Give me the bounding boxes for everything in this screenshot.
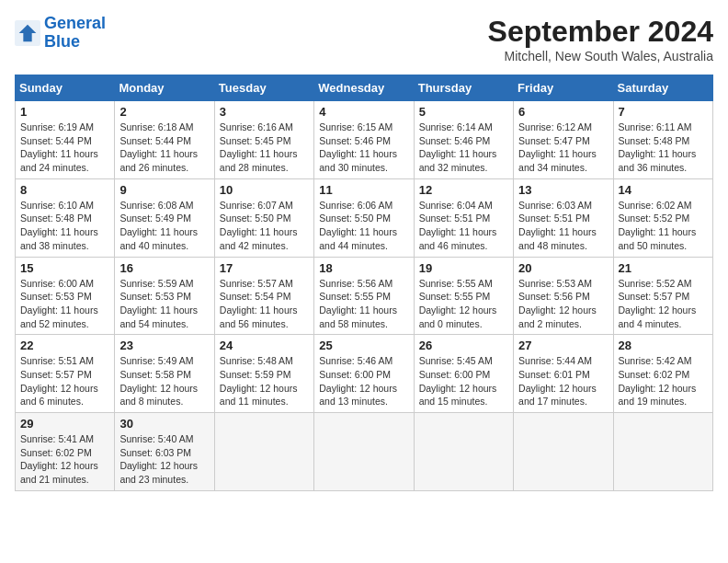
day-detail: Sunrise: 5:52 AMSunset: 5:57 PMDaylight:… [619,277,708,331]
day-number: 1 [20,105,109,119]
day-detail: Sunrise: 6:19 AMSunset: 5:44 PMDaylight:… [20,121,109,175]
calendar-day: 9Sunrise: 6:08 AMSunset: 5:49 PMDaylight… [115,178,214,257]
calendar-week-2: 8Sunrise: 6:10 AMSunset: 5:48 PMDaylight… [16,178,713,257]
calendar-day: 16Sunrise: 5:59 AMSunset: 5:53 PMDayligh… [115,257,214,335]
day-number: 28 [619,339,708,352]
day-number: 3 [220,105,309,119]
day-number: 2 [119,105,209,119]
logo-icon [15,20,40,46]
col-header-wednesday: Wednesday [314,75,414,101]
calendar-day [414,413,513,491]
day-detail: Sunrise: 5:44 AMSunset: 6:01 PMDaylight:… [518,354,608,408]
col-header-thursday: Thursday [414,75,513,101]
day-detail: Sunrise: 5:57 AMSunset: 5:54 PMDaylight:… [220,277,309,331]
calendar-day: 30Sunrise: 5:40 AMSunset: 6:03 PMDayligh… [115,413,214,491]
day-detail: Sunrise: 6:07 AMSunset: 5:50 PMDaylight:… [220,199,309,253]
day-number: 6 [518,105,608,119]
calendar-day: 7Sunrise: 6:11 AMSunset: 5:48 PMDaylight… [613,101,712,179]
calendar-day: 23Sunrise: 5:49 AMSunset: 5:58 PMDayligh… [115,335,214,413]
calendar-day: 22Sunrise: 5:51 AMSunset: 5:57 PMDayligh… [16,335,115,413]
day-number: 27 [518,339,608,352]
col-header-tuesday: Tuesday [214,75,313,101]
day-detail: Sunrise: 5:55 AMSunset: 5:55 PMDaylight:… [419,277,508,331]
day-detail: Sunrise: 5:56 AMSunset: 5:55 PMDaylight:… [319,277,408,331]
day-detail: Sunrise: 5:45 AMSunset: 6:00 PMDaylight:… [419,354,508,408]
calendar-day: 15Sunrise: 6:00 AMSunset: 5:53 PMDayligh… [16,257,115,335]
day-detail: Sunrise: 6:18 AMSunset: 5:44 PMDaylight:… [119,121,209,175]
day-detail: Sunrise: 5:40 AMSunset: 6:03 PMDaylight:… [119,432,209,487]
day-detail: Sunrise: 6:04 AMSunset: 5:51 PMDaylight:… [419,199,508,253]
day-number: 16 [119,261,209,275]
day-number: 5 [419,105,508,119]
calendar-day: 8Sunrise: 6:10 AMSunset: 5:48 PMDaylight… [16,178,115,257]
day-number: 4 [319,105,408,119]
calendar-day: 13Sunrise: 6:03 AMSunset: 5:51 PMDayligh… [514,178,613,257]
calendar-day: 12Sunrise: 6:04 AMSunset: 5:51 PMDayligh… [414,178,513,257]
calendar-table: SundayMondayTuesdayWednesdayThursdayFrid… [15,75,713,491]
day-number: 15 [20,261,109,275]
calendar-day [214,413,313,491]
day-number: 25 [319,339,408,352]
day-number: 14 [619,183,708,197]
col-header-saturday: Saturday [613,75,712,101]
day-detail: Sunrise: 6:12 AMSunset: 5:47 PMDaylight:… [518,121,608,175]
month-title: September 2024 [488,15,713,49]
calendar-day: 3Sunrise: 6:16 AMSunset: 5:45 PMDaylight… [214,101,313,179]
day-detail: Sunrise: 6:10 AMSunset: 5:48 PMDaylight:… [20,199,109,253]
day-number: 19 [419,261,508,275]
calendar-week-5: 29Sunrise: 5:41 AMSunset: 6:02 PMDayligh… [16,413,713,491]
day-number: 18 [319,261,408,275]
day-detail: Sunrise: 5:41 AMSunset: 6:02 PMDaylight:… [20,432,109,487]
calendar-day: 24Sunrise: 5:48 AMSunset: 5:59 PMDayligh… [214,335,313,413]
day-number: 23 [119,339,209,352]
day-number: 26 [419,339,508,352]
calendar-day: 2Sunrise: 6:18 AMSunset: 5:44 PMDaylight… [115,101,214,179]
calendar-day [613,413,712,491]
day-detail: Sunrise: 6:15 AMSunset: 5:46 PMDaylight:… [319,121,408,175]
calendar-week-4: 22Sunrise: 5:51 AMSunset: 5:57 PMDayligh… [16,335,713,413]
day-detail: Sunrise: 6:08 AMSunset: 5:49 PMDaylight:… [119,199,209,253]
day-number: 7 [619,105,708,119]
calendar-day: 14Sunrise: 6:02 AMSunset: 5:52 PMDayligh… [613,178,712,257]
day-number: 29 [20,417,109,431]
calendar-day [314,413,414,491]
calendar-day: 25Sunrise: 5:46 AMSunset: 6:00 PMDayligh… [314,335,414,413]
calendar-day [514,413,613,491]
calendar-day: 5Sunrise: 6:14 AMSunset: 5:46 PMDaylight… [414,101,513,179]
calendar-day: 19Sunrise: 5:55 AMSunset: 5:55 PMDayligh… [414,257,513,335]
day-number: 17 [220,261,309,275]
day-detail: Sunrise: 6:11 AMSunset: 5:48 PMDaylight:… [619,121,708,175]
calendar-day: 28Sunrise: 5:42 AMSunset: 6:02 PMDayligh… [613,335,712,413]
col-header-monday: Monday [115,75,214,101]
day-detail: Sunrise: 6:00 AMSunset: 5:53 PMDaylight:… [20,277,109,331]
day-detail: Sunrise: 6:02 AMSunset: 5:52 PMDaylight:… [619,199,708,253]
day-detail: Sunrise: 5:42 AMSunset: 6:02 PMDaylight:… [619,354,708,408]
day-detail: Sunrise: 6:14 AMSunset: 5:46 PMDaylight:… [419,121,508,175]
calendar-day: 29Sunrise: 5:41 AMSunset: 6:02 PMDayligh… [16,413,115,491]
calendar-day: 11Sunrise: 6:06 AMSunset: 5:50 PMDayligh… [314,178,414,257]
day-number: 21 [619,261,708,275]
calendar-day: 4Sunrise: 6:15 AMSunset: 5:46 PMDaylight… [314,101,414,179]
location-subtitle: Mitchell, New South Wales, Australia [488,49,713,63]
day-number: 10 [220,183,309,197]
title-block: September 2024 Mitchell, New South Wales… [488,15,713,63]
day-detail: Sunrise: 6:06 AMSunset: 5:50 PMDaylight:… [319,199,408,253]
calendar-day: 27Sunrise: 5:44 AMSunset: 6:01 PMDayligh… [514,335,613,413]
calendar-day: 1Sunrise: 6:19 AMSunset: 5:44 PMDaylight… [16,101,115,179]
day-detail: Sunrise: 6:03 AMSunset: 5:51 PMDaylight:… [518,199,608,253]
calendar-day: 20Sunrise: 5:53 AMSunset: 5:56 PMDayligh… [514,257,613,335]
col-header-sunday: Sunday [16,75,115,101]
header-row: SundayMondayTuesdayWednesdayThursdayFrid… [16,75,713,101]
logo: GeneralBlue [15,15,106,52]
calendar-day: 21Sunrise: 5:52 AMSunset: 5:57 PMDayligh… [613,257,712,335]
logo-text: GeneralBlue [44,15,106,52]
day-number: 8 [20,183,109,197]
day-number: 13 [518,183,608,197]
day-detail: Sunrise: 5:59 AMSunset: 5:53 PMDaylight:… [119,277,209,331]
day-detail: Sunrise: 5:49 AMSunset: 5:58 PMDaylight:… [119,354,209,408]
day-number: 9 [119,183,209,197]
calendar-day: 26Sunrise: 5:45 AMSunset: 6:00 PMDayligh… [414,335,513,413]
day-number: 30 [119,417,209,431]
col-header-friday: Friday [514,75,613,101]
day-number: 24 [220,339,309,352]
